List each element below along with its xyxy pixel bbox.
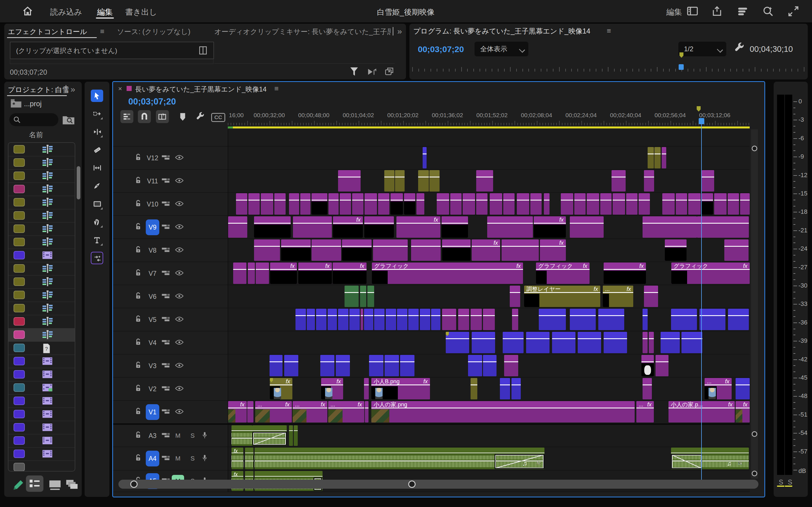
track-output-eye-icon[interactable]: [175, 409, 184, 415]
add-marker-icon[interactable]: [179, 112, 187, 121]
program-timecode[interactable]: 00;03;07;20: [418, 45, 464, 54]
timeline-clip[interactable]: [681, 332, 702, 353]
track-lane-A4[interactable]: fx♫fx♫fx: [228, 447, 750, 470]
project-item[interactable]: [8, 182, 75, 196]
project-item[interactable]: [8, 235, 75, 249]
timeline-clip[interactable]: [247, 401, 253, 422]
close-icon[interactable]: ×: [118, 85, 122, 93]
timeline-clip[interactable]: [644, 170, 654, 191]
timeline-clip[interactable]: [639, 193, 650, 215]
timeline-clip[interactable]: [418, 170, 429, 191]
timeline-clip[interactable]: fx: [396, 216, 441, 238]
more-tabs-chevron[interactable]: »: [397, 26, 402, 36]
timeline-clip[interactable]: [349, 309, 360, 330]
track-name-V11[interactable]: V11: [140, 177, 165, 185]
parent-folder-name[interactable]: ...proj: [24, 100, 42, 108]
timeline-clip[interactable]: [236, 193, 247, 215]
audio-clip[interactable]: fx: [232, 448, 243, 469]
timeline-clip[interactable]: [442, 309, 456, 330]
track-name-V5[interactable]: V5: [140, 316, 165, 323]
home-icon[interactable]: [22, 6, 33, 17]
nest-sequence-button[interactable]: [120, 110, 133, 123]
timeline-clip[interactable]: [416, 193, 424, 215]
icon-view-icon[interactable]: [49, 477, 61, 492]
timeline-clip[interactable]: [472, 332, 495, 353]
project-item[interactable]: [8, 302, 75, 315]
timeline-clip[interactable]: [483, 309, 495, 330]
timeline-clip[interactable]: [261, 193, 273, 215]
timeline-clip[interactable]: ...fx: [637, 401, 654, 422]
project-item[interactable]: [8, 328, 75, 342]
solo-button[interactable]: S: [186, 455, 199, 462]
solo-left-button[interactable]: S: [779, 478, 783, 486]
timeline-clip[interactable]: [336, 355, 350, 376]
timeline-clip[interactable]: [643, 309, 648, 330]
folder-up-icon[interactable]: [10, 99, 22, 108]
timeline-menu-icon[interactable]: ≡: [274, 84, 278, 93]
project-item[interactable]: [8, 196, 75, 209]
timeline-clip[interactable]: fx: [228, 401, 247, 422]
track-output-eye-icon[interactable]: [175, 178, 184, 184]
project-list-scrollbar[interactable]: [77, 166, 80, 200]
hscroll-handle-right[interactable]: [408, 481, 416, 488]
timeline-clip[interactable]: [648, 147, 654, 168]
audio-clip[interactable]: [252, 425, 287, 446]
timeline-clip[interactable]: [395, 170, 405, 191]
timeline-clip[interactable]: [293, 216, 332, 238]
timeline-clip[interactable]: [643, 332, 648, 353]
source-patch-icon[interactable]: [161, 154, 170, 162]
program-mini-ruler[interactable]: [412, 64, 805, 71]
timeline-clip[interactable]: [643, 216, 697, 238]
timeline-clip[interactable]: [248, 263, 255, 284]
linked-selection-button[interactable]: [156, 110, 169, 123]
timeline-clip[interactable]: [284, 355, 298, 376]
timeline-clip[interactable]: [487, 216, 533, 238]
vscroll-handle-top[interactable]: [752, 146, 757, 151]
timeline-clip[interactable]: [420, 309, 430, 330]
source-patch-icon[interactable]: [161, 408, 170, 416]
track-lane-V3[interactable]: [228, 354, 750, 377]
solo-right-button[interactable]: S: [788, 478, 792, 486]
timeline-clip[interactable]: [307, 309, 315, 330]
timeline-clip[interactable]: [676, 193, 687, 215]
timeline-clip[interactable]: [269, 355, 283, 376]
track-output-eye-icon[interactable]: [175, 201, 184, 207]
project-item[interactable]: [8, 169, 75, 183]
project-item[interactable]: [8, 394, 75, 408]
playhead-handle[interactable]: [699, 118, 704, 124]
source-patch-icon[interactable]: [161, 316, 170, 323]
settings-wrench-icon[interactable]: [733, 42, 745, 54]
new-item-pencil-icon[interactable]: [12, 477, 25, 492]
track-name-V4[interactable]: V4: [140, 339, 165, 346]
timeline-clip[interactable]: [604, 332, 627, 353]
source-patch-icon[interactable]: [161, 455, 170, 462]
timeline-clip[interactable]: [300, 193, 310, 215]
track-name-V8[interactable]: V8: [140, 246, 165, 254]
split-view-icon[interactable]: [199, 46, 207, 55]
track-name-V3[interactable]: V3: [140, 362, 165, 370]
timeline-clip[interactable]: [500, 378, 510, 399]
timeline-clip[interactable]: [364, 309, 373, 330]
timeline-clip[interactable]: [228, 216, 247, 238]
timeline-clip[interactable]: [656, 355, 668, 376]
source-patch-icon[interactable]: [161, 432, 170, 439]
captions-cc-icon[interactable]: CC: [211, 113, 225, 122]
effect-controls-timecode[interactable]: 00;03;07;20: [10, 68, 47, 76]
track-lane-V4[interactable]: [228, 331, 750, 354]
timeline-clip[interactable]: fx: [472, 239, 500, 261]
project-item[interactable]: [8, 381, 75, 395]
timeline-clip[interactable]: [248, 193, 260, 215]
timeline-clip[interactable]: ...fx: [293, 401, 327, 422]
column-header-name[interactable]: 名前: [29, 130, 43, 139]
timeline-clip[interactable]: [373, 239, 408, 261]
timeline-clip[interactable]: [517, 193, 529, 215]
timeline-clip[interactable]: fx: [298, 263, 332, 284]
tab-effect-controls[interactable]: エフェクトコントロール: [8, 27, 87, 36]
slip-tool[interactable]: [91, 162, 103, 174]
timeline-clip[interactable]: fx: [540, 239, 566, 261]
source-patch-icon[interactable]: [161, 270, 170, 277]
timeline-clip[interactable]: グラフィックfx: [536, 263, 590, 284]
track-lane-V1[interactable]: fx...fx...fx...fx小人の家.png...fx小人の家.p...f…: [228, 400, 750, 424]
track-name-A4[interactable]: A4: [146, 451, 159, 466]
source-patch-icon[interactable]: [161, 224, 170, 231]
